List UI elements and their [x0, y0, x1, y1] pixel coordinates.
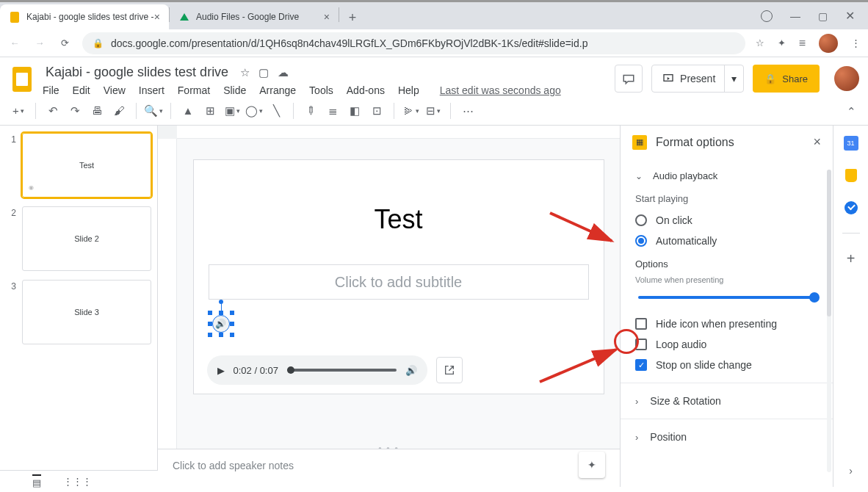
mask-image-button[interactable]: ◧ [345, 101, 364, 120]
slide-stage[interactable]: Test Click to add subtitle 🔊 ▶ 0:02 / 0:… [177, 139, 620, 449]
popout-icon [444, 364, 455, 376]
play-icon[interactable]: ▶ [217, 365, 225, 376]
new-slide-button[interactable]: + [9, 101, 28, 120]
account-indicator-icon[interactable] [761, 10, 773, 22]
collapse-sidepanel-icon[interactable]: › [849, 465, 853, 477]
collapse-toolbar-icon[interactable]: ⌃ [842, 102, 861, 121]
browser-tab-2[interactable]: Audio Files - Google Drive × [170, 4, 339, 29]
checkbox-stop-on-change[interactable]: ✓ Stop on slide change [635, 355, 818, 375]
close-icon[interactable]: × [154, 11, 160, 23]
more-tools[interactable]: ⋯ [458, 101, 477, 120]
new-tab-button[interactable]: + [342, 7, 363, 28]
url-input[interactable]: 🔒 docs.google.com/presentation/d/1QH6sq8… [82, 32, 745, 54]
calendar-icon[interactable]: 31 [844, 136, 858, 151]
radio-on-click[interactable]: On click [635, 210, 818, 231]
audio-playback-section[interactable]: ⌄ Audio playback [635, 166, 818, 186]
volume-icon[interactable]: 🔊 [405, 365, 417, 376]
close-icon[interactable]: × [324, 11, 330, 23]
image-tool[interactable]: ▣ [223, 101, 242, 120]
slide-thumbnail-2[interactable]: Slide 2 [22, 206, 151, 271]
back-icon[interactable]: ← [7, 37, 22, 48]
panel-scrollbar[interactable] [827, 170, 831, 472]
vertical-ruler[interactable] [158, 139, 177, 449]
checkbox-hide-icon[interactable]: Hide icon when presenting [635, 314, 818, 334]
comments-button[interactable] [615, 65, 643, 93]
filmstrip-view-icon[interactable]: ▤ [32, 474, 41, 488]
slide-title-text[interactable]: Test [194, 204, 604, 235]
radio-automatically[interactable]: Automatically [635, 231, 818, 251]
shape-tool[interactable]: ◯ [245, 101, 264, 120]
reading-list-icon[interactable]: ≡ [799, 37, 806, 50]
extensions-icon[interactable]: ✦ [778, 37, 786, 48]
present-button[interactable]: Present ▾ [651, 65, 744, 93]
minimize-icon[interactable]: — [790, 10, 800, 22]
slide-thumbnail-1[interactable]: Test ◉ [22, 133, 151, 198]
menu-format[interactable]: Format [178, 84, 210, 96]
arrange-button[interactable]: ⊟ [424, 101, 443, 120]
popout-button[interactable] [436, 357, 463, 383]
present-icon [662, 73, 674, 84]
menu-view[interactable]: View [104, 84, 126, 96]
account-avatar[interactable] [834, 66, 859, 91]
audio-object-selected[interactable]: 🔊 [210, 313, 232, 335]
cloud-status-icon[interactable]: ☁ [278, 66, 289, 79]
menu-tools[interactable]: Tools [309, 84, 333, 96]
doc-title[interactable]: Kajabi - google slides test drive [43, 63, 231, 82]
speaker-notes[interactable]: Click to add speaker notes ✦ [158, 449, 620, 487]
format-options-button[interactable]: ≣ [323, 101, 342, 120]
paint-format-button[interactable]: 🖌 [109, 101, 129, 120]
menu-edit[interactable]: Edit [73, 84, 90, 96]
add-addon-icon[interactable]: + [844, 251, 858, 266]
slide-filmstrip[interactable]: 1 Test ◉ 2 Slide 2 3 Slide 3 [0, 126, 158, 487]
menu-insert[interactable]: Insert [139, 84, 164, 96]
print-button[interactable]: 🖶 [87, 101, 106, 120]
subtitle-placeholder[interactable]: Click to add subtitle [209, 264, 589, 300]
forward-icon[interactable]: → [32, 37, 47, 48]
present-dropdown[interactable]: ▾ [724, 65, 743, 92]
redo-button[interactable]: ↷ [65, 101, 84, 120]
last-edit-link[interactable]: Last edit was seconds ago [440, 84, 561, 96]
slides-logo[interactable] [9, 63, 35, 95]
menu-help[interactable]: Help [398, 84, 419, 96]
close-window-icon[interactable]: ✕ [845, 9, 855, 23]
star-doc-icon[interactable]: ☆ [240, 66, 250, 79]
slide-canvas[interactable]: Test Click to add subtitle 🔊 ▶ 0:02 / 0:… [193, 159, 604, 394]
align-button[interactable]: ⫸ [402, 101, 421, 120]
share-button[interactable]: 🔒 Share [753, 65, 820, 93]
replace-image-button[interactable]: ✎ [297, 97, 325, 124]
slide-thumbnail-3[interactable]: Slide 3 [22, 280, 151, 344]
audio-player[interactable]: ▶ 0:02 / 0:07 🔊 [207, 355, 427, 385]
checkbox-checked-icon: ✓ [635, 359, 647, 371]
keep-icon[interactable] [844, 168, 858, 183]
explore-button[interactable]: ✦ [579, 452, 605, 478]
undo-button[interactable]: ↶ [43, 101, 62, 120]
speaker-icon: 🔊 [212, 315, 230, 333]
horizontal-ruler[interactable] [177, 126, 620, 139]
size-rotation-section[interactable]: › Size & Rotation [621, 383, 833, 419]
select-tool[interactable]: ▲ [178, 101, 198, 120]
browser-tab-1[interactable]: Kajabi - google slides test drive - × [0, 4, 169, 29]
menu-file[interactable]: File [43, 84, 59, 96]
star-icon[interactable]: ☆ [756, 37, 764, 48]
volume-slider[interactable] [638, 296, 815, 299]
menu-slide[interactable]: Slide [223, 84, 246, 96]
tasks-icon[interactable] [844, 200, 858, 215]
reset-image-button[interactable]: ⊡ [367, 101, 386, 120]
zoom-button[interactable]: 🔍 [144, 101, 163, 120]
reload-icon[interactable]: ⟳ [57, 37, 72, 48]
checkbox-loop-audio[interactable]: Loop audio [635, 334, 818, 355]
position-section[interactable]: › Position [621, 419, 833, 455]
move-doc-icon[interactable]: ▢ [258, 66, 269, 79]
grid-view-icon[interactable]: ⋮⋮⋮ [63, 476, 92, 487]
profile-avatar[interactable] [819, 34, 838, 53]
menu-arrange[interactable]: Arrange [259, 84, 296, 96]
browser-tab-strip: Kajabi - google slides test drive - × Au… [0, 0, 868, 29]
format-options-panel: ▦ Format options × ⌄ Audio playback Star… [620, 126, 833, 487]
line-tool[interactable]: ╲ [267, 101, 286, 120]
menu-addons[interactable]: Add-ons [347, 84, 385, 96]
textbox-tool[interactable]: ⊞ [200, 101, 220, 120]
maximize-icon[interactable]: ▢ [818, 10, 828, 22]
close-panel-icon[interactable]: × [813, 134, 821, 150]
browser-menu-icon[interactable]: ⋮ [851, 37, 861, 48]
seek-slider[interactable] [287, 369, 397, 372]
